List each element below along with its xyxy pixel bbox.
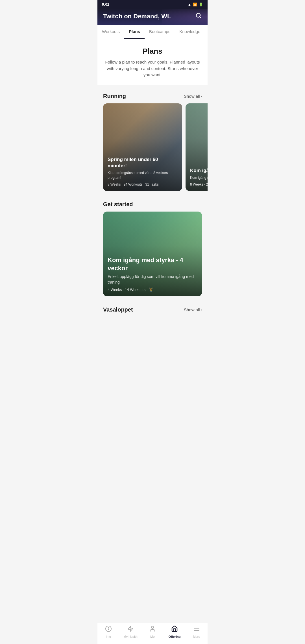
tab-bootcamps[interactable]: Bootcamps [145, 25, 175, 39]
wifi-icon: 📶 [193, 3, 197, 6]
svg-line-1 [200, 17, 201, 18]
running-card-1-subtitle: Klara drömgränsen med vårat 8 veckors pr… [108, 171, 178, 180]
show-all-chevron-icon: › [201, 94, 202, 98]
vasaloppet-section-header: Vasaloppet Show all › [97, 306, 208, 317]
vasaloppet-section: Vasaloppet Show all › [97, 301, 208, 319]
battery-icon: 🔋 [199, 3, 203, 6]
plans-subtitle: Follow a plan to reach your goals. Plann… [103, 59, 202, 78]
running-card-2-subtitle: Kom igång med vårat 8 veckors prog... [190, 175, 208, 180]
get-started-card-meta: 4 Weeks · 14 Workouts · 🏋 [108, 288, 197, 292]
status-icons: ▲ 📶 🔋 [188, 3, 203, 6]
running-card-2-meta: 8 Weeks · 26 W... [190, 182, 208, 186]
running-section-title: Running [103, 93, 126, 99]
running-show-all[interactable]: Show all › [184, 94, 202, 99]
get-started-card-title: Kom igång med styrka - 4 veckor [108, 256, 197, 272]
tab-workouts[interactable]: Workouts [97, 25, 124, 39]
vasaloppet-show-all-chevron-icon: › [201, 308, 202, 312]
vasaloppet-show-all[interactable]: Show all › [184, 307, 202, 312]
running-card-2[interactable]: Kom igång med 8 veckors p... Kom igång m… [186, 103, 208, 191]
status-time: 9:02 [102, 2, 109, 6]
running-card-1-meta: 8 Weeks · 24 Workouts · 31 Tasks [108, 182, 178, 186]
running-section: Running Show all › Spring milen under 60… [97, 87, 208, 193]
plans-hero: Plans Follow a plan to reach your goals.… [97, 39, 208, 85]
get-started-section-title: Get started [103, 201, 133, 208]
get-started-section-header: Get started [97, 201, 208, 212]
signal-icon: ▲ [188, 3, 191, 6]
running-card-1-title: Spring milen under 60 minuter! [108, 156, 178, 169]
tab-plans[interactable]: Plans [124, 25, 145, 39]
running-card-2-title: Kom igång med 8 veckors p... [190, 167, 208, 174]
search-button[interactable] [195, 12, 202, 21]
plans-title: Plans [103, 47, 202, 56]
app-title: Twitch on Demand, WL [103, 13, 171, 20]
get-started-card[interactable]: Kom igång med styrka - 4 veckor Enkelt u… [103, 212, 202, 296]
status-bar: 9:02 ▲ 📶 🔋 [97, 0, 208, 9]
running-cards-row: Spring milen under 60 minuter! Klara drö… [97, 103, 208, 191]
get-started-section: Get started Kom igång med styrka - 4 vec… [97, 195, 208, 299]
nav-tabs: Workouts Plans Bootcamps Knowledge [97, 25, 208, 39]
vasaloppet-section-title: Vasaloppet [103, 306, 133, 313]
tab-knowledge[interactable]: Knowledge [175, 25, 205, 39]
main-content: Plans Follow a plan to reach your goals.… [97, 39, 208, 342]
get-started-card-subtitle: Enkelt upplägg för dig som vill komma ig… [108, 274, 197, 285]
app-header: Twitch on Demand, WL [97, 9, 208, 25]
running-card-1[interactable]: Spring milen under 60 minuter! Klara drö… [103, 103, 182, 191]
running-section-header: Running Show all › [97, 93, 208, 103]
